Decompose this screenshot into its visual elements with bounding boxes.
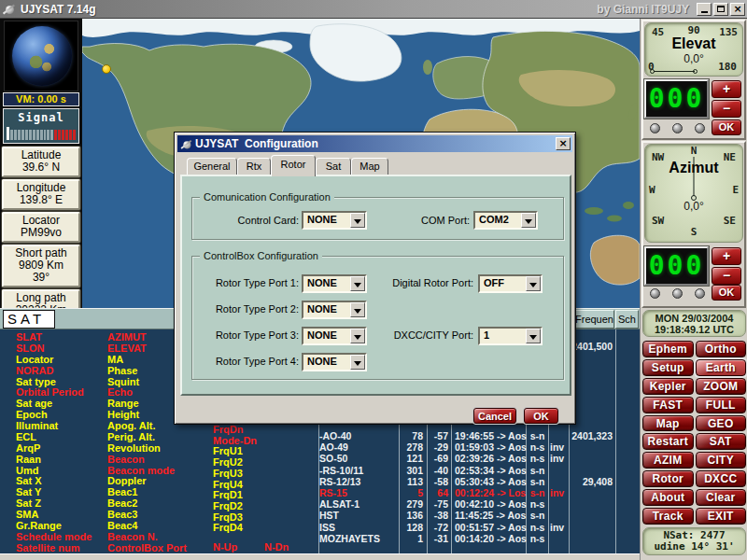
tab-rtx[interactable]: Rtx	[237, 158, 271, 175]
info-line: 139.8° E	[4, 194, 78, 206]
satellite-row[interactable]: -RS-10/11301-4002:53:34 -> Aoss-n	[0, 465, 640, 476]
cmd-map-button[interactable]: Map	[642, 415, 694, 432]
dropdown-arrow-icon[interactable]	[526, 329, 541, 343]
signal-panel: Signal	[3, 108, 79, 144]
sat-az-cell: 279	[400, 498, 423, 510]
rotor-type-port-4-select[interactable]: NONE	[302, 353, 367, 371]
tab-rotor[interactable]: Rotor	[271, 155, 316, 176]
satellite-row[interactable]: MOZHAYETS1-3100:14:20 -> Aosn-s	[0, 533, 640, 544]
cmd-ephem-button[interactable]: Ephem	[642, 341, 694, 357]
dialog-close-button[interactable]: ×	[556, 137, 571, 150]
tab-general[interactable]: General	[187, 158, 237, 175]
satellite-row[interactable]: -AO-4078-5719:46:55 -> Aoss-n2401,323	[0, 430, 640, 441]
tab-sat[interactable]: Sat	[316, 158, 351, 175]
cmd-track-button[interactable]: Track	[642, 508, 694, 525]
elevation-title: Elevat	[645, 35, 742, 52]
dialog-titlebar[interactable]: UJYSAT Configuration ×	[177, 135, 572, 152]
tab-map[interactable]: Map	[351, 158, 388, 175]
cmd-sat-button[interactable]: SAT	[696, 433, 747, 450]
dropdown-arrow-icon[interactable]	[350, 213, 365, 228]
cmd-setup-button[interactable]: Setup	[642, 359, 694, 376]
satellite-row[interactable]: AO-49278-2901:59:03 -> Aosn-sinv	[0, 441, 640, 453]
rotor-type-port-1-select[interactable]: NONE	[302, 274, 367, 293]
signal-bar	[33, 130, 35, 140]
cmd-zoom-button[interactable]: ZOOM	[696, 378, 747, 395]
satellite-row[interactable]: RS-1556400:12:24 -> Loss-ninv	[0, 487, 640, 498]
satellite-row[interactable]: ISS128-7200:51:57 -> Aosn-sinv	[0, 522, 640, 533]
rotor-type-port-3-select[interactable]: NONE	[302, 327, 367, 345]
cmd-city-button[interactable]: CITY	[696, 452, 747, 469]
cmd-earth-button[interactable]: Earth	[696, 359, 747, 376]
satellite-row[interactable]: ALSAT-1279-7500:42:10 -> Aosn-s	[0, 498, 640, 510]
dxcc-city-port-select[interactable]: 1	[478, 327, 543, 345]
cmd-dxcc-button[interactable]: DXCC	[696, 470, 747, 487]
column-header-frequenc[interactable]: Frequenc	[574, 310, 614, 329]
combo-value: NONE	[307, 356, 337, 367]
azimuth-plus-button[interactable]: +	[712, 247, 741, 265]
clock-time: 19:18:49.12 UTC	[643, 324, 745, 335]
elevation-ok-button[interactable]: OK	[712, 119, 741, 135]
cmd-azim-button[interactable]: AZIM	[642, 452, 694, 469]
rotor-type-port-2-select[interactable]: NONE	[302, 301, 367, 319]
cancel-button[interactable]: Cancel	[473, 408, 516, 424]
sat-name-cell: RS-12/13	[319, 476, 398, 487]
column-header-sch[interactable]: Sch	[615, 310, 639, 329]
cmd-kepler-button[interactable]: Kepler	[642, 378, 694, 395]
sat-az-cell: 128	[400, 522, 423, 533]
dropdown-arrow-icon[interactable]	[350, 302, 365, 317]
com-port-select[interactable]: COM2	[473, 211, 538, 230]
close-button[interactable]: ×	[730, 3, 745, 16]
elevation-minus-button[interactable]: −	[712, 100, 741, 118]
satellite-row[interactable]: HST136-3811:45:25 -> Aoss-n	[0, 510, 640, 521]
dropdown-arrow-icon[interactable]	[350, 355, 365, 370]
dialog-satellite-icon	[180, 138, 192, 150]
cmd-full-button[interactable]: FULL	[696, 397, 747, 413]
ok-button[interactable]: OK	[524, 408, 558, 424]
elevation-plus-button[interactable]: +	[712, 80, 741, 98]
satellite-row[interactable]: RS-12/13113-5805:30:43 -> Aoss-n29,408	[0, 476, 640, 487]
cmd-rotor-button[interactable]: Rotor	[642, 470, 694, 487]
sat-param-label: Height	[107, 409, 139, 420]
signal-bar	[69, 130, 72, 140]
dialog-content: Comunication Configuration ControlBox Co…	[180, 175, 571, 396]
sat-event-cell: 00:51:57 -> Aos	[455, 522, 528, 533]
dropdown-arrow-icon[interactable]	[526, 276, 541, 291]
sat-event-cell: 02:39:26 -> Aos	[455, 453, 528, 464]
maximize-button[interactable]	[713, 3, 728, 16]
sat-name-cell: AO-49	[319, 441, 398, 453]
sat-dir-cell: n-s	[529, 453, 546, 464]
cmd-ortho-button[interactable]: Ortho	[696, 341, 747, 357]
cmd-fast-button[interactable]: FAST	[642, 397, 694, 413]
sat-name-cell: MOZHAYETS	[319, 533, 398, 544]
signal-bar	[14, 130, 17, 140]
left-sidebar: VM: 0.00 s Signal Latitude39.6° NLongitu…	[0, 19, 82, 308]
minimize-button[interactable]	[697, 3, 712, 16]
nsat-location: udine 14° 31'	[643, 541, 745, 553]
signal-bar	[50, 130, 53, 140]
sat-az-cell: 278	[400, 441, 423, 453]
dropdown-arrow-icon[interactable]	[521, 213, 536, 228]
satellite-row[interactable]: SO-50121-6902:39:26 -> Aosn-sinv	[0, 453, 640, 464]
led-indicator	[672, 123, 683, 133]
sat-dir-cell: s-n	[529, 476, 546, 487]
digital-rotor-port-select[interactable]: OFF	[478, 274, 543, 293]
azimuth-ok-button[interactable]: OK	[712, 285, 741, 301]
field-label: Rotor Type Port 4:	[196, 356, 299, 367]
cmd-geo-button[interactable]: GEO	[696, 415, 747, 432]
sat-el-cell: -40	[428, 465, 448, 476]
control-card-select[interactable]: NONE	[302, 211, 367, 230]
signal-bar	[10, 130, 13, 140]
azimuth-minus-button[interactable]: −	[712, 267, 741, 285]
dropdown-arrow-icon[interactable]	[350, 276, 365, 291]
cmd-about-button[interactable]: About	[642, 489, 694, 506]
sat-el-cell: -29	[428, 441, 448, 453]
dialog-title: UJYSAT Configuration	[195, 137, 318, 150]
cmd-clear-button[interactable]: Clear	[696, 489, 747, 506]
cmd-exit-button[interactable]: EXIT	[696, 508, 747, 525]
sat-param-label: SLAT	[16, 331, 42, 343]
cmd-restart-button[interactable]: Restart	[642, 433, 694, 450]
dropdown-arrow-icon[interactable]	[350, 329, 365, 343]
window-titlebar[interactable]: UJYSAT 7.14g by Gianni IT9UJY ×	[0, 0, 747, 19]
elevation-value: 0,0°	[645, 52, 742, 65]
azimuth-leds	[650, 288, 705, 299]
